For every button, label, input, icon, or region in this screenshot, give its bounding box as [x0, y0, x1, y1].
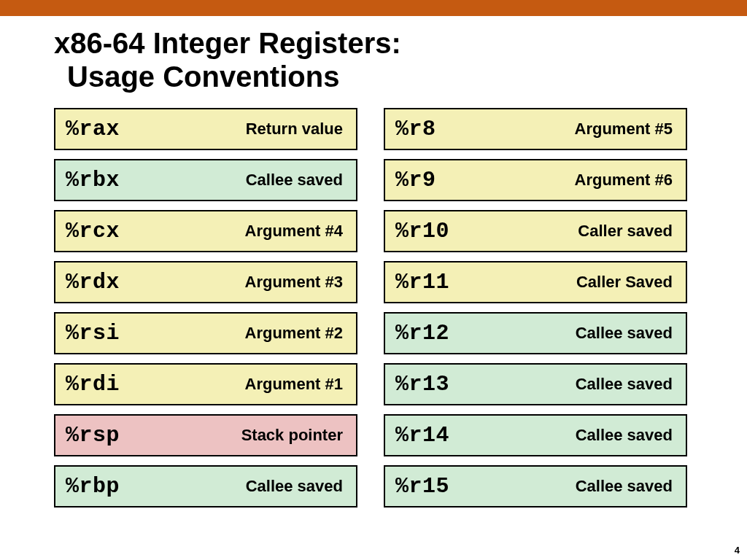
register-description: Return value — [246, 120, 343, 139]
register-name: %rdi — [66, 372, 120, 397]
title-line-2: Usage Conventions — [54, 60, 747, 93]
register-description: Callee saved — [246, 171, 343, 190]
register-box: %rdxArgument #3 — [54, 261, 357, 303]
register-box: %r8Argument #5 — [384, 108, 687, 150]
page-number: 4 — [735, 545, 740, 556]
register-name: %rsi — [66, 321, 120, 346]
register-box: %rspStack pointer — [54, 414, 357, 456]
register-name: %rcx — [66, 219, 120, 244]
register-box: %r13Callee saved — [384, 363, 687, 405]
register-name: %r13 — [395, 372, 449, 397]
register-name: %rdx — [66, 270, 120, 295]
register-box: %rbpCallee saved — [54, 465, 357, 508]
register-name: %rax — [66, 117, 120, 141]
register-description: Argument #6 — [575, 171, 673, 190]
register-box: %rsiArgument #2 — [54, 312, 357, 354]
register-box: %r12Callee saved — [384, 312, 687, 354]
register-description: Callee saved — [576, 375, 673, 394]
register-description: Stack pointer — [241, 426, 343, 445]
register-description: Callee saved — [576, 426, 673, 445]
register-box: %r14Callee saved — [384, 414, 687, 456]
register-box: %r9Argument #6 — [384, 159, 687, 201]
register-column-left: %raxReturn value%rbxCallee saved%rcxArgu… — [54, 108, 357, 508]
register-name: %r11 — [395, 270, 449, 295]
register-description: Argument #5 — [575, 120, 673, 139]
register-description: Callee saved — [576, 324, 673, 343]
register-box: %r11Caller Saved — [384, 261, 687, 303]
register-name: %r9 — [395, 168, 436, 192]
accent-bar — [0, 0, 747, 16]
register-description: Caller Saved — [576, 273, 673, 292]
register-name: %r8 — [395, 117, 436, 141]
register-box: %rdiArgument #1 — [54, 363, 357, 405]
register-description: Argument #2 — [245, 324, 343, 343]
register-name: %r15 — [395, 474, 449, 499]
register-box: %rbxCallee saved — [54, 159, 357, 201]
register-column-right: %r8Argument #5%r9Argument #6%r10Caller s… — [384, 108, 687, 508]
register-box: %r15Callee saved — [384, 465, 687, 508]
register-description: Callee saved — [246, 477, 343, 496]
register-columns: %raxReturn value%rbxCallee saved%rcxArgu… — [0, 108, 747, 508]
register-box: %r10Caller saved — [384, 210, 687, 252]
register-description: Callee saved — [576, 477, 673, 496]
register-name: %r14 — [395, 423, 449, 448]
title-line-1: x86-64 Integer Registers: — [54, 26, 747, 60]
register-description: Argument #3 — [245, 273, 343, 292]
register-description: Argument #4 — [245, 222, 343, 241]
register-box: %rcxArgument #4 — [54, 210, 357, 252]
slide-title: x86-64 Integer Registers: Usage Conventi… — [0, 16, 747, 101]
register-name: %rsp — [66, 423, 120, 448]
register-box: %raxReturn value — [54, 108, 357, 150]
register-description: Argument #1 — [245, 375, 343, 394]
register-name: %r12 — [395, 321, 449, 346]
register-name: %r10 — [395, 219, 449, 244]
register-name: %rbp — [66, 474, 120, 499]
register-description: Caller saved — [578, 222, 673, 241]
register-name: %rbx — [66, 168, 120, 192]
